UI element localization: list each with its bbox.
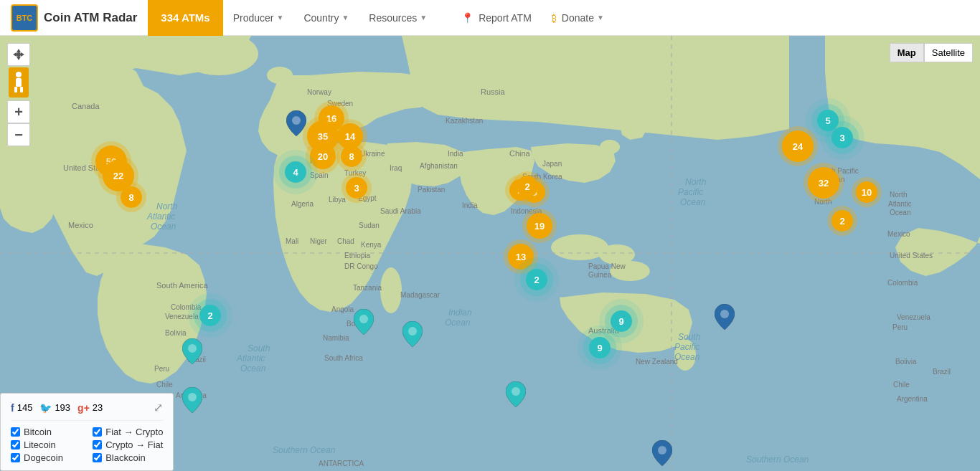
report-atm-button[interactable]: 📍 Report ATM: [451, 0, 542, 36]
pin-p2[interactable]: [354, 309, 374, 335]
cluster-c20[interactable]: 3: [831, 127, 853, 148]
svg-text:Colombia: Colombia: [171, 303, 202, 311]
facebook-icon: f: [11, 402, 14, 414]
twitter-count: 193: [55, 402, 70, 413]
svg-point-105: [188, 344, 197, 353]
site-title: Coin ATM Radar: [44, 11, 137, 25]
zoom-in-button[interactable]: +: [7, 100, 30, 123]
cluster-c13[interactable]: 19: [527, 213, 552, 239]
pin-p8[interactable]: [506, 381, 526, 407]
cluster-c22[interactable]: 32: [808, 167, 839, 199]
facebook-count: 145: [17, 402, 33, 413]
donate-caret: ▼: [597, 14, 604, 22]
crypto-fiat-checkbox[interactable]: [93, 440, 102, 449]
cluster-c3[interactable]: 8: [121, 186, 142, 208]
producer-caret: ▼: [277, 14, 284, 22]
svg-marker-96: [13, 52, 17, 57]
svg-text:Guinea: Guinea: [588, 271, 612, 279]
cluster-c16[interactable]: 2: [199, 305, 221, 326]
cluster-c8[interactable]: 8: [341, 146, 362, 167]
cluster-c7[interactable]: 20: [310, 143, 336, 169]
twitter-share[interactable]: 🐦 193: [39, 402, 70, 414]
svg-rect-100: [16, 78, 22, 87]
legend-blackcoin: Blackcoin: [93, 452, 163, 463]
svg-text:North: North: [890, 191, 907, 199]
svg-marker-97: [21, 52, 24, 57]
svg-text:Ocean: Ocean: [890, 209, 910, 217]
cluster-c9[interactable]: 4: [285, 161, 306, 183]
cluster-c24[interactable]: 2: [831, 210, 853, 232]
svg-text:DR Congo: DR Congo: [344, 262, 378, 270]
googleplus-share[interactable]: g+ 23: [77, 402, 103, 414]
facebook-share[interactable]: f 145: [11, 402, 32, 414]
navbar: BTC Coin ATM Radar 334 ATMs Producer ▼ C…: [0, 0, 980, 36]
pin-p5[interactable]: [715, 304, 735, 330]
svg-text:ANTARCTICA: ANTARCTICA: [319, 460, 364, 467]
blackcoin-checkbox[interactable]: [93, 453, 102, 462]
pin-p3[interactable]: [182, 338, 202, 364]
dogecoin-checkbox[interactable]: [11, 453, 20, 462]
svg-text:Bolivia: Bolivia: [895, 358, 917, 366]
svg-rect-102: [20, 87, 23, 92]
bitcoin-checkbox[interactable]: [11, 427, 20, 437]
satellite-toggle-button[interactable]: Satellite: [924, 43, 973, 62]
legend-crypto-fiat: Crypto → Fiat: [93, 439, 163, 450]
fiat-crypto-label: Fiat → Crypto: [105, 427, 163, 437]
zoom-out-button[interactable]: −: [7, 123, 30, 146]
svg-text:Bolivia: Bolivia: [165, 329, 187, 337]
fiat-crypto-checkbox[interactable]: [93, 427, 102, 437]
cluster-c21[interactable]: 24: [782, 130, 814, 162]
legend-grid: Bitcoin Fiat → Crypto Litecoin Crypto → …: [11, 427, 163, 463]
svg-text:Tanzania: Tanzania: [353, 284, 382, 292]
cluster-c15[interactable]: 2: [526, 269, 547, 290]
atm-count-badge[interactable]: 334 ATMs: [148, 0, 222, 36]
svg-text:United States: United States: [890, 252, 933, 260]
legend-panel: f 145 🐦 193 g+ 23 ⤢ Bitcoin Fiat → Crypt…: [0, 393, 174, 471]
svg-text:Spain: Spain: [310, 171, 329, 179]
cluster-c10[interactable]: 3: [346, 177, 367, 199]
svg-text:Madagascar: Madagascar: [400, 291, 440, 299]
svg-text:Ethiopia: Ethiopia: [344, 252, 371, 260]
svg-marker-95: [17, 57, 21, 60]
svg-text:North: North: [814, 198, 831, 206]
cluster-c25[interactable]: 2: [517, 176, 538, 197]
svg-text:Brazil: Brazil: [933, 368, 951, 376]
bitcoin-label: Bitcoin: [24, 427, 52, 437]
litecoin-checkbox[interactable]: [11, 440, 20, 449]
svg-text:Chad: Chad: [337, 237, 354, 245]
logo-icon: BTC: [11, 4, 38, 32]
country-menu[interactable]: Country ▼: [293, 0, 359, 36]
map-toggle-button[interactable]: Map: [890, 43, 924, 62]
cluster-c19[interactable]: 5: [817, 110, 839, 131]
svg-text:Sudan: Sudan: [359, 222, 380, 229]
producer-menu[interactable]: Producer ▼: [223, 0, 294, 36]
svg-text:Norway: Norway: [307, 88, 331, 96]
litecoin-label: Litecoin: [24, 439, 56, 450]
svg-text:Chile: Chile: [893, 381, 910, 389]
expand-button[interactable]: ⤢: [154, 401, 163, 414]
crypto-fiat-label: Crypto → Fiat: [105, 439, 163, 450]
svg-text:Canada: Canada: [72, 102, 100, 110]
svg-text:Namibia: Namibia: [323, 334, 349, 342]
svg-marker-94: [17, 49, 21, 52]
resources-menu[interactable]: Resources ▼: [359, 0, 437, 36]
cluster-c18[interactable]: 9: [589, 337, 611, 358]
pin-p7[interactable]: [402, 321, 423, 347]
pin-p6[interactable]: [652, 440, 672, 466]
map-container[interactable]: North Atlantic Ocean South Atlantic Ocea…: [0, 36, 980, 471]
pin-p1[interactable]: [286, 110, 306, 136]
pin-p4[interactable]: [182, 387, 202, 413]
svg-text:Indian: Indian: [448, 308, 472, 318]
cluster-c23[interactable]: 10: [856, 181, 877, 203]
cluster-c14[interactable]: 13: [508, 244, 534, 270]
svg-point-108: [658, 446, 666, 455]
svg-text:Niger: Niger: [310, 237, 328, 245]
cluster-c17[interactable]: 9: [611, 310, 632, 332]
pegman-icon[interactable]: [9, 67, 29, 97]
svg-point-109: [408, 327, 417, 336]
svg-text:Mali: Mali: [286, 237, 298, 245]
donate-menu[interactable]: ₿ Donate ▼: [542, 0, 614, 36]
svg-text:Atlantic: Atlantic: [888, 200, 912, 208]
svg-text:Ocean: Ocean: [240, 363, 266, 374]
pan-control[interactable]: [7, 43, 30, 66]
